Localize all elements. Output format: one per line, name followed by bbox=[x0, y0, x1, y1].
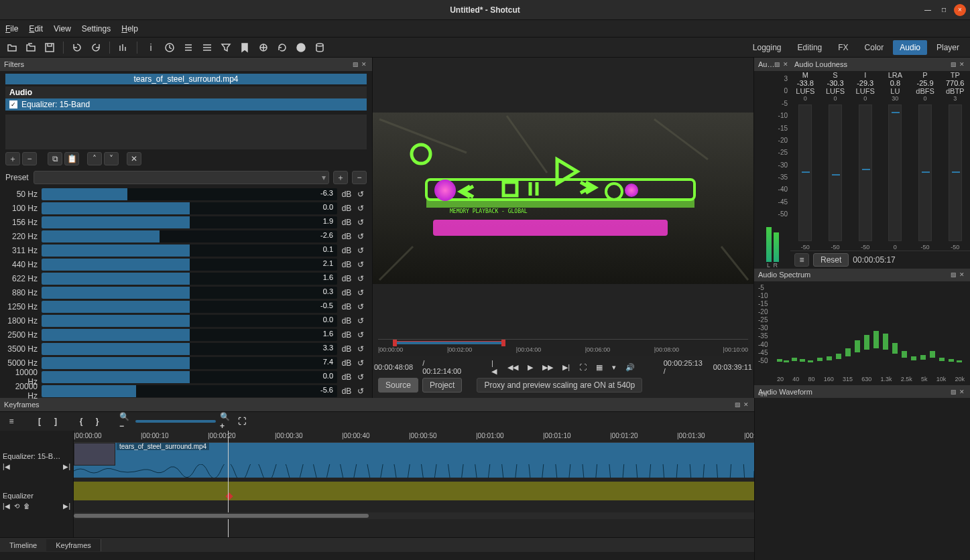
eq-band-reset-icon[interactable]: ↺ bbox=[355, 343, 367, 355]
filter-item-eq[interactable]: ✓ Equalizer: 15-Band bbox=[5, 98, 367, 111]
paste-filter-button[interactable]: 📋 bbox=[64, 152, 79, 165]
export-icon[interactable] bbox=[293, 40, 309, 56]
play-icon[interactable]: ▶ bbox=[526, 363, 534, 372]
eq-band-reset-icon[interactable]: ↺ bbox=[355, 216, 367, 228]
eq-band-reset-icon[interactable]: ↺ bbox=[355, 315, 367, 327]
eq-band-slider[interactable]: 1.6 bbox=[42, 329, 337, 341]
redo-icon[interactable] bbox=[88, 40, 104, 56]
skip-prev-icon[interactable]: |◀ bbox=[490, 359, 499, 376]
close-button[interactable]: × bbox=[954, 4, 966, 16]
eq-band-slider[interactable]: -2.6 bbox=[42, 230, 337, 242]
filter-enabled-checkbox[interactable]: ✓ bbox=[9, 100, 17, 109]
kf-brace-l-icon[interactable]: { bbox=[75, 415, 87, 427]
zoom-out-icon[interactable]: 🔍− bbox=[119, 415, 131, 427]
eq-band-reset-icon[interactable]: ↺ bbox=[355, 287, 367, 299]
copy-filter-button[interactable]: ⧉ bbox=[48, 152, 62, 165]
mode-logging[interactable]: Logging bbox=[746, 40, 788, 55]
preset-delete-button[interactable]: − bbox=[352, 171, 367, 184]
deselect-filter-button[interactable]: ✕ bbox=[127, 152, 141, 165]
tab-keyframes[interactable]: Keyframes bbox=[46, 539, 101, 551]
volume-icon[interactable]: 🔊 bbox=[624, 363, 636, 372]
panel-float-icon[interactable]: ▧ bbox=[353, 61, 359, 68]
playlist-icon[interactable] bbox=[180, 40, 196, 56]
filter-up-button[interactable]: ˄ bbox=[87, 152, 102, 165]
kf-set-out-icon[interactable]: ] bbox=[50, 415, 62, 427]
menu-view[interactable]: View bbox=[54, 24, 71, 33]
menu-help[interactable]: Help bbox=[121, 24, 138, 33]
out-marker[interactable] bbox=[501, 340, 505, 346]
mode-fx[interactable]: FX bbox=[831, 40, 855, 55]
mini-timeline[interactable]: |00:00:00|00:02:00|00:04:00|00:06:00|00:… bbox=[378, 339, 748, 356]
properties-icon[interactable]: i bbox=[143, 40, 159, 56]
eq-band-slider[interactable]: 0.3 bbox=[42, 287, 337, 299]
eq-band-reset-icon[interactable]: ↺ bbox=[355, 244, 367, 257]
tab-timeline[interactable]: Timeline bbox=[0, 539, 46, 551]
open-other-icon[interactable] bbox=[23, 40, 39, 56]
rewind-icon[interactable]: ◀◀ bbox=[506, 363, 520, 372]
eq-band-slider[interactable]: 2.1 bbox=[42, 259, 337, 271]
undo-icon[interactable] bbox=[69, 40, 85, 56]
eq-band-reset-icon[interactable]: ↺ bbox=[355, 259, 367, 271]
zoom-in-icon[interactable]: 🔍+ bbox=[220, 415, 232, 427]
kf-clip-track[interactable]: tears_of_steel_surround.mp4 bbox=[74, 443, 754, 478]
loudness-menu-icon[interactable]: ≡ bbox=[794, 253, 809, 267]
eq-band-reset-icon[interactable]: ↺ bbox=[355, 385, 367, 397]
eq-band-reset-icon[interactable]: ↺ bbox=[355, 273, 367, 285]
eq-band-reset-icon[interactable]: ↺ bbox=[355, 188, 367, 200]
minimize-button[interactable]: — bbox=[922, 4, 934, 16]
eq-band-reset-icon[interactable]: ↺ bbox=[355, 301, 367, 313]
playhead[interactable] bbox=[228, 431, 229, 537]
skip-next-icon[interactable]: ▶| bbox=[561, 363, 571, 372]
jobs-icon[interactable] bbox=[312, 40, 328, 56]
preset-combo[interactable]: ▾ bbox=[34, 171, 329, 184]
in-marker[interactable] bbox=[393, 340, 397, 346]
eq-band-reset-icon[interactable]: ↺ bbox=[355, 329, 367, 341]
eq-band-slider[interactable]: -0.5 bbox=[42, 301, 337, 313]
loudness-reset-button[interactable]: Reset bbox=[813, 253, 849, 267]
filters-icon[interactable] bbox=[218, 40, 234, 56]
zoom-slider[interactable] bbox=[135, 420, 216, 423]
mode-audio[interactable]: Audio bbox=[893, 40, 927, 55]
filter-down-button[interactable]: ˅ bbox=[104, 152, 119, 165]
grid-icon[interactable]: ▦ bbox=[595, 363, 604, 372]
eq-band-slider[interactable]: 0.0 bbox=[42, 202, 337, 214]
maximize-button[interactable]: □ bbox=[938, 4, 950, 16]
menu-file[interactable]: File bbox=[5, 24, 18, 33]
panel-close-icon[interactable]: ✕ bbox=[361, 61, 368, 68]
eq-band-reset-icon[interactable]: ↺ bbox=[355, 230, 367, 242]
add-filter-button[interactable]: ＋ bbox=[5, 152, 20, 165]
tab-project[interactable]: Project bbox=[422, 378, 462, 393]
mode-editing[interactable]: Editing bbox=[791, 40, 829, 55]
menu-edit[interactable]: Edit bbox=[29, 24, 43, 33]
mode-player[interactable]: Player bbox=[930, 40, 966, 55]
open-icon[interactable] bbox=[4, 40, 20, 56]
tab-source[interactable]: Source bbox=[378, 378, 418, 393]
recent-icon[interactable] bbox=[162, 40, 178, 56]
eq-band-reset-icon[interactable]: ↺ bbox=[355, 202, 367, 214]
timeline-icon[interactable] bbox=[199, 40, 215, 56]
remove-filter-button[interactable]: − bbox=[22, 152, 37, 165]
history-icon[interactable] bbox=[274, 40, 290, 56]
eq-band-slider[interactable]: -5.6 bbox=[42, 385, 337, 397]
menu-settings[interactable]: Settings bbox=[82, 24, 111, 33]
eq-band-slider[interactable]: 0.0 bbox=[42, 371, 337, 383]
eq-band-slider[interactable]: 3.3 bbox=[42, 343, 337, 355]
kf-brace-r-icon[interactable]: } bbox=[91, 415, 103, 427]
kf-param-track[interactable] bbox=[74, 482, 754, 500]
eq-band-slider[interactable]: 0.0 bbox=[42, 315, 337, 327]
eq-band-slider[interactable]: 7.4 bbox=[42, 357, 337, 369]
mode-color[interactable]: Color bbox=[858, 40, 891, 55]
keyframe-diamond[interactable] bbox=[225, 492, 233, 500]
save-icon[interactable] bbox=[42, 40, 58, 56]
ffwd-icon[interactable]: ▶▶ bbox=[541, 363, 554, 372]
zoom-fit-icon[interactable]: ⛶ bbox=[578, 363, 588, 371]
markers-icon[interactable] bbox=[237, 40, 253, 56]
eq-band-reset-icon[interactable]: ↺ bbox=[355, 371, 367, 383]
keyframes-icon[interactable] bbox=[255, 40, 271, 56]
eq-band-slider[interactable]: 0.1 bbox=[42, 244, 337, 257]
peak-meter-icon[interactable] bbox=[115, 40, 131, 56]
kf-scrollbar[interactable] bbox=[74, 512, 754, 519]
eq-band-reset-icon[interactable]: ↺ bbox=[355, 357, 367, 369]
eq-band-slider[interactable]: -6.3 bbox=[42, 188, 337, 200]
eq-band-slider[interactable]: 1.9 bbox=[42, 216, 337, 228]
